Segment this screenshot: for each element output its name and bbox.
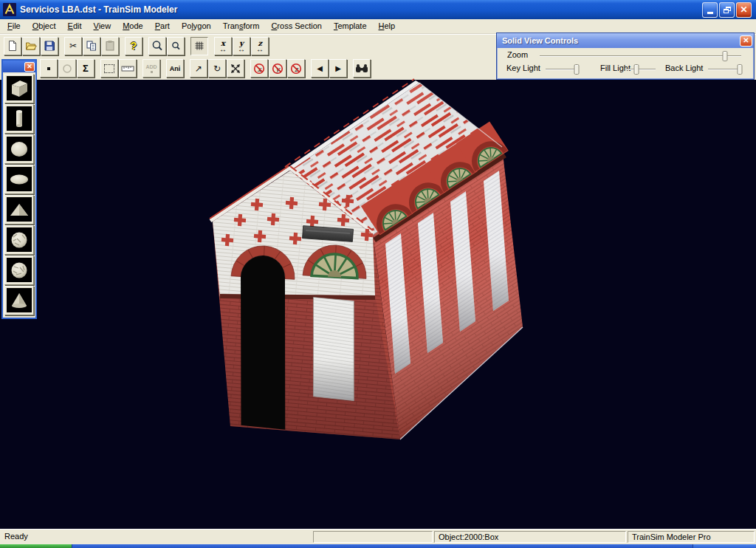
z-axis-arrow-icon: ↔ xyxy=(256,47,264,52)
shape-tool-ellipsoid[interactable] xyxy=(4,165,34,194)
y-axis-arrow-icon: ↔ xyxy=(238,47,245,52)
back-light-slider[interactable] xyxy=(708,69,741,70)
fill-light-slider[interactable] xyxy=(626,69,656,70)
menu-view[interactable]: View xyxy=(88,19,117,33)
move-tool-button[interactable]: ↗ xyxy=(190,59,207,78)
zoom-out-button[interactable] xyxy=(167,37,185,55)
menu-transform[interactable]: Transform xyxy=(217,19,266,33)
animate-icon: Ani xyxy=(170,65,181,72)
shape-tool-cone[interactable] xyxy=(4,286,34,315)
restore-button[interactable] xyxy=(719,2,735,18)
box-icon xyxy=(7,77,31,100)
close-button[interactable]: ✕ xyxy=(736,2,752,18)
circle-icon xyxy=(61,63,73,75)
next-button[interactable]: ▶ xyxy=(329,59,347,78)
menu-part[interactable]: Part xyxy=(149,19,176,33)
key-light-slider-thumb[interactable] xyxy=(574,64,579,75)
sigma-tool-button[interactable]: Σ xyxy=(77,59,94,78)
point-icon xyxy=(47,67,50,70)
binoculars-icon xyxy=(355,64,368,73)
add-point-dot xyxy=(151,71,153,73)
shape-tool-sphere[interactable] xyxy=(4,134,34,164)
scale-icon xyxy=(230,63,241,75)
copy-button[interactable] xyxy=(83,37,100,55)
lock-x-button[interactable]: x xyxy=(250,59,268,78)
paste-clipboard-icon xyxy=(104,40,116,52)
find-button[interactable] xyxy=(353,59,371,78)
shape-tool-wedge[interactable] xyxy=(4,195,34,225)
copy-icon xyxy=(86,40,97,52)
ruler-button[interactable] xyxy=(119,59,137,78)
scale-tool-button[interactable] xyxy=(227,59,244,78)
key-light-slider[interactable] xyxy=(546,69,579,70)
start-button-edge[interactable] xyxy=(0,544,72,548)
z-axis-button[interactable]: z↔ xyxy=(251,37,269,55)
solid-view-controls-titlebar[interactable]: Solid View Controls ✕ xyxy=(497,33,754,48)
help-icon: ? xyxy=(131,41,137,51)
menu-help[interactable]: Help xyxy=(373,19,402,33)
status-edition: TrainSim Modeler Pro xyxy=(628,531,755,543)
geosphere-icon xyxy=(7,228,31,252)
shape-tool-box[interactable] xyxy=(4,74,34,103)
zoom-in-button[interactable] xyxy=(148,37,166,55)
solid-view-controls-close-button[interactable]: ✕ xyxy=(740,35,752,47)
wedge-icon xyxy=(7,198,31,222)
save-button[interactable] xyxy=(41,37,58,55)
y-axis-button[interactable]: y↔ xyxy=(233,37,250,55)
ellipsoid-icon xyxy=(7,168,31,191)
lock-z-button[interactable]: z xyxy=(287,59,305,78)
new-button[interactable] xyxy=(4,37,21,55)
zoom-in-icon xyxy=(151,40,163,52)
shape-tool-geosphere-alt[interactable] xyxy=(4,256,34,285)
paste-button[interactable] xyxy=(101,37,119,55)
viewport-3d[interactable] xyxy=(0,80,756,529)
x-axis-button[interactable]: x↔ xyxy=(214,37,232,55)
fill-light-slider-label: Fill Light xyxy=(600,64,630,72)
circle-tool-button[interactable] xyxy=(58,59,76,78)
add-point-button[interactable]: ADD xyxy=(142,59,160,78)
back-light-slider-label: Back Light xyxy=(665,64,703,72)
shape-palette-close-button[interactable]: ✕ xyxy=(24,62,35,72)
menu-object[interactable]: Object xyxy=(27,19,62,33)
ruler-icon xyxy=(121,65,134,72)
zoom-slider[interactable] xyxy=(540,55,741,57)
marquee-select-button[interactable] xyxy=(100,59,118,78)
prev-button[interactable]: ◀ xyxy=(311,59,329,78)
cut-button[interactable]: ✂ xyxy=(64,37,82,55)
menu-file[interactable]: File xyxy=(1,19,27,33)
shape-tool-cylinder[interactable] xyxy=(4,104,34,134)
shape-tool-geosphere[interactable] xyxy=(4,225,34,255)
rotate-icon: ↻ xyxy=(213,64,221,73)
animate-button[interactable]: Ani xyxy=(166,59,184,78)
point-tool-button[interactable] xyxy=(40,59,58,78)
zoom-slider-thumb[interactable] xyxy=(723,51,728,61)
window-title: Servicios LBA.dst - TrainSim Modeler xyxy=(20,4,702,15)
menu-cross-section[interactable]: Cross Section xyxy=(265,19,327,33)
lock-y-button[interactable]: y xyxy=(269,59,286,78)
open-button[interactable] xyxy=(22,37,40,55)
status-object-info: Object:2000:Box xyxy=(434,531,626,543)
window-titlebar[interactable]: Servicios LBA.dst - TrainSim Modeler ✕ xyxy=(0,0,756,19)
x-axis-arrow-icon: ↔ xyxy=(219,47,227,52)
move-arrow-icon: ↗ xyxy=(195,64,202,73)
help-button[interactable]: ? xyxy=(125,37,142,55)
cone-icon xyxy=(7,289,31,312)
back-light-slider-thumb[interactable] xyxy=(737,64,742,75)
fill-light-slider-thumb[interactable] xyxy=(634,64,639,75)
next-icon: ▶ xyxy=(335,65,341,72)
lock-y-icon: y xyxy=(272,63,284,75)
rotate-tool-button[interactable]: ↻ xyxy=(208,59,226,78)
grid-icon xyxy=(193,40,205,52)
minimize-button[interactable] xyxy=(702,2,718,18)
sphere-icon xyxy=(7,137,31,161)
cut-scissors-icon: ✂ xyxy=(69,41,77,50)
menu-template[interactable]: Template xyxy=(328,19,373,33)
menu-mode[interactable]: Mode xyxy=(117,19,149,33)
menu-polygon[interactable]: Polygon xyxy=(176,19,217,33)
menu-edit[interactable]: Edit xyxy=(62,19,88,33)
shape-palette: ✕ xyxy=(1,59,37,319)
grid-toggle-button[interactable] xyxy=(190,37,208,55)
shape-palette-titlebar[interactable]: ✕ xyxy=(3,61,35,72)
taskbar-strip xyxy=(0,544,756,548)
close-icon: ✕ xyxy=(743,37,749,44)
